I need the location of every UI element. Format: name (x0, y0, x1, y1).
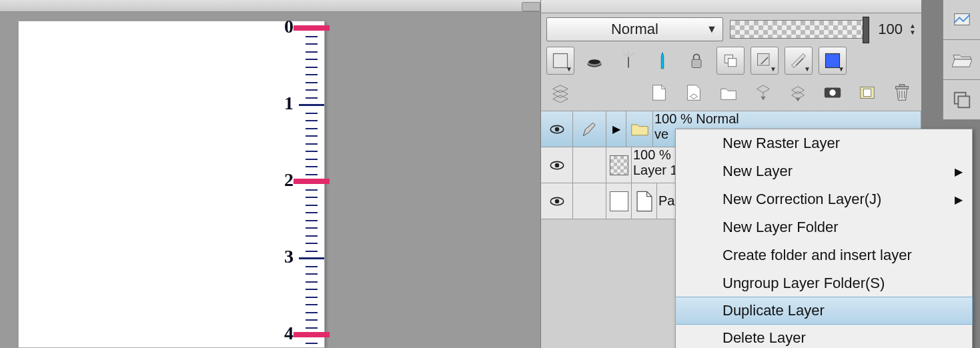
svg-marker-9 (661, 69, 664, 70)
expand-folder-toggle[interactable]: ▶ (606, 111, 626, 147)
chevron-down-icon: ▼ (706, 23, 717, 35)
visibility-toggle[interactable] (541, 183, 573, 219)
canvas-viewport[interactable]: 01234 (0, 0, 540, 348)
menu-item-label: Duplicate Layer (722, 302, 825, 319)
sparkle-icon (619, 51, 638, 70)
svg-marker-25 (795, 98, 801, 102)
scrollbar-handle[interactable] (522, 2, 540, 11)
layer-thumbnail (606, 183, 632, 219)
stack-icon (550, 83, 570, 103)
ink-icon (585, 51, 604, 70)
layer-tool-row-1: ▼ ▼ ▼ (541, 45, 921, 77)
triangle-right-icon: ▶ (612, 123, 620, 135)
opacity-value: 100 (874, 21, 903, 38)
blend-stack-button[interactable] (546, 79, 574, 107)
chevron-down-icon: ▼ (770, 65, 777, 73)
svg-marker-22 (761, 97, 766, 101)
ruler-remove-button[interactable]: ▼ (785, 47, 813, 75)
right-dock (943, 0, 980, 120)
eye-icon (548, 121, 566, 138)
folder-thumbnail (626, 111, 653, 147)
mask-copy-icon (721, 51, 740, 70)
pencil-icon (653, 51, 672, 70)
active-draw-toggle[interactable] (573, 147, 606, 183)
layer-context-menu[interactable]: New Raster LayerNew Layer▶New Correction… (675, 129, 973, 348)
menu-item[interactable]: Create folder and insert layer (676, 241, 972, 269)
ruler-label: 1 (274, 93, 294, 114)
open-folder-button[interactable] (943, 40, 980, 80)
svg-marker-20 (553, 95, 568, 103)
layer-color-button[interactable]: ▼ (819, 47, 847, 75)
svg-point-40 (554, 199, 559, 203)
menu-item-label: New Correction Layer(J) (722, 191, 881, 208)
document-tabs-bar (0, 0, 540, 12)
pencil-button[interactable] (648, 47, 676, 75)
svg-rect-29 (863, 89, 871, 96)
active-draw-toggle[interactable] (573, 183, 606, 219)
menu-item[interactable]: Ungroup Layer Folder(S) (676, 269, 972, 297)
windows-icon (952, 90, 972, 110)
paper-icon (634, 190, 654, 213)
eye-icon (548, 193, 566, 210)
svg-rect-31 (899, 85, 905, 87)
svg-marker-23 (792, 87, 805, 94)
merge-down-button[interactable] (784, 79, 812, 107)
lock-icon (687, 51, 706, 70)
navigator-button[interactable] (943, 0, 980, 40)
menu-item[interactable]: New Raster Layer (676, 129, 972, 157)
svg-marker-18 (553, 85, 568, 93)
blend-mode-dropdown[interactable]: Normal ▼ (546, 17, 723, 41)
opacity-stepper[interactable]: ▲ ▼ (909, 23, 916, 35)
windows-stack-button[interactable] (943, 80, 980, 120)
pen-icon (581, 121, 598, 138)
white-thumb-icon (610, 191, 628, 211)
visibility-toggle[interactable] (541, 147, 573, 183)
opacity-slider-thumb[interactable] (863, 17, 869, 43)
clip-icon (857, 83, 877, 103)
stepper-down-icon[interactable]: ▼ (909, 30, 916, 35)
adjustment-icon (823, 83, 843, 103)
opacity-slider[interactable] (730, 20, 867, 39)
svg-rect-43 (958, 96, 969, 107)
lock-button[interactable] (682, 47, 710, 75)
menu-item-label: Ungroup Layer Folder(S) (722, 275, 885, 292)
wand-button[interactable] (614, 47, 642, 75)
new-page-icon (649, 83, 669, 103)
stepper-up-icon[interactable]: ▲ (909, 23, 916, 29)
new-3d-layer-button[interactable] (680, 79, 708, 107)
clip-button[interactable] (853, 79, 881, 107)
svg-marker-8 (661, 53, 664, 69)
layer-thumbnail (606, 147, 632, 183)
vertical-ruler-drawing: 01234 (299, 28, 319, 347)
menu-item[interactable]: Delete Layer (676, 324, 972, 348)
layer-thumbnail-paper (632, 183, 657, 219)
svg-marker-21 (757, 85, 770, 93)
menu-item[interactable]: Duplicate Layer (675, 297, 973, 325)
menu-item[interactable]: New Layer Folder (676, 213, 972, 241)
merge-down-icon (788, 83, 808, 103)
active-draw-toggle[interactable] (573, 111, 606, 147)
svg-point-36 (554, 127, 559, 131)
delete-layer-button[interactable] (888, 79, 916, 107)
new-layer-button[interactable] (645, 79, 673, 107)
mask-copy-button[interactable] (716, 47, 745, 75)
menu-item[interactable]: New Layer▶ (676, 157, 972, 185)
panel-tabs-bar (541, 0, 921, 13)
ink-button[interactable] (580, 47, 608, 75)
trash-icon (892, 83, 912, 103)
menu-item[interactable]: New Correction Layer(J)▶ (676, 185, 972, 213)
svg-rect-12 (728, 59, 737, 67)
svg-line-5 (622, 53, 628, 57)
svg-point-38 (554, 163, 559, 167)
visibility-toggle[interactable] (541, 111, 573, 147)
new-folder-button[interactable] (714, 79, 743, 107)
new-3d-page-icon (684, 83, 704, 103)
mask-remove-button[interactable]: ▼ (751, 47, 779, 75)
palette-color-button[interactable]: ▼ (546, 47, 574, 75)
svg-point-3 (588, 59, 600, 64)
adjustment-button[interactable] (819, 79, 847, 107)
layer-name-label: ve (654, 127, 668, 142)
document-canvas[interactable]: 01234 (18, 21, 325, 348)
submenu-arrow-icon: ▶ (955, 165, 963, 178)
transfer-down-button[interactable] (749, 79, 777, 107)
